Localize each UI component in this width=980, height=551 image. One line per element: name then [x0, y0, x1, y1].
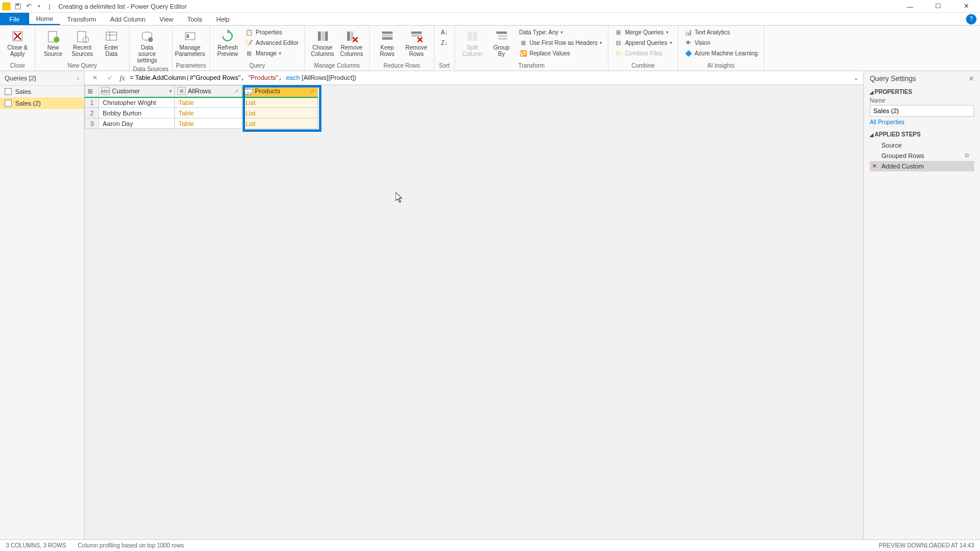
qat-dropdown[interactable]	[34, 1, 44, 12]
tab-add-column[interactable]: Add Column	[103, 13, 153, 25]
merge-icon: ⊞	[614, 28, 622, 36]
svg-rect-18	[351, 31, 354, 41]
table-link[interactable]: Table	[178, 110, 194, 117]
fx-icon[interactable]: fx	[120, 73, 125, 83]
svg-rect-24	[468, 31, 472, 41]
split-column-icon	[464, 28, 481, 44]
all-properties-link[interactable]: All Properties	[870, 119, 904, 125]
svg-rect-16	[325, 31, 328, 41]
column-header-allrows[interactable]: ⊞AllRows⤢	[175, 86, 242, 97]
properties-icon: 📋	[245, 28, 253, 36]
column-header-products[interactable]: ABC123Products⤢	[242, 86, 318, 97]
query-item-sales-2[interactable]: Sales (2)	[0, 97, 84, 109]
manage-parameters-button[interactable]: Manage Parameters	[176, 27, 204, 58]
step-added-custom[interactable]: ✕Added Custom	[870, 161, 974, 171]
remove-columns-button[interactable]: Remove Columns	[338, 27, 366, 58]
delete-step-icon[interactable]: ✕	[872, 163, 877, 169]
group-by-button[interactable]: Group By	[488, 27, 516, 58]
minimize-button[interactable]: —	[898, 0, 922, 13]
new-source-icon	[45, 28, 61, 44]
center-area: ✕ ✓ fx = Table.AddColumn(#"Grouped Rows"…	[85, 71, 863, 539]
window-title: Creating a delimited list - Power Query …	[58, 3, 187, 10]
list-link[interactable]: List	[246, 99, 256, 106]
combine-files-icon: 📁	[614, 49, 622, 57]
merge-queries-button[interactable]: ⊞Merge Queries	[612, 27, 674, 37]
table-link[interactable]: Table	[178, 99, 194, 106]
list-link[interactable]: List	[246, 120, 256, 127]
tab-view[interactable]: View	[152, 13, 180, 25]
sort-desc-button[interactable]: Z↓	[438, 37, 451, 48]
manage-button[interactable]: ⊞Manage	[243, 48, 300, 58]
svg-rect-21	[382, 37, 393, 40]
expand-icon[interactable]: ⤢	[310, 88, 315, 94]
refresh-preview-button[interactable]: Refresh Preview	[214, 27, 242, 58]
enter-data-button[interactable]: Enter Data	[97, 27, 125, 58]
table-row[interactable]: 2 Bobby Burton Table List	[85, 108, 318, 118]
data-type-button[interactable]: Data Type: Any	[517, 27, 605, 37]
query-name-input[interactable]	[870, 105, 974, 117]
table-link[interactable]: Table	[178, 120, 194, 127]
help-icon[interactable]: ?	[966, 14, 977, 24]
data-source-settings-button[interactable]: Data source settings	[133, 27, 161, 65]
tab-tools[interactable]: Tools	[180, 13, 209, 25]
properties-button[interactable]: 📋Properties	[243, 27, 300, 37]
append-queries-button[interactable]: ⊟Append Queries	[612, 37, 674, 48]
grid-corner[interactable]: ⊞	[85, 86, 99, 97]
close-apply-button[interactable]: Close & Apply	[4, 27, 32, 58]
formula-input[interactable]: = Table.AddColumn(#"Grouped Rows", "Prod…	[130, 74, 849, 82]
any-type-icon: ABC123	[244, 87, 253, 95]
replace-values-button[interactable]: 🔁Replace Values	[517, 48, 605, 58]
svg-rect-22	[411, 31, 422, 34]
table-type-icon: ⊞	[177, 87, 186, 95]
applied-steps-section[interactable]: APPLIED STEPS	[870, 131, 974, 138]
expand-icon[interactable]: ⤢	[235, 88, 239, 94]
svg-rect-7	[106, 32, 117, 40]
properties-section[interactable]: PROPERTIES	[870, 89, 974, 95]
svg-rect-19	[382, 31, 393, 34]
tab-help[interactable]: Help	[209, 13, 237, 25]
tab-file[interactable]: File	[0, 13, 29, 25]
query-item-sales[interactable]: Sales	[0, 86, 84, 97]
recent-sources-button[interactable]: Recent Sources	[68, 27, 96, 58]
close-settings-icon[interactable]: ✕	[968, 75, 974, 83]
status-preview-time: PREVIEW DOWNLOADED AT 14:43	[878, 542, 974, 549]
save-icon[interactable]	[13, 1, 23, 12]
remove-rows-button[interactable]: Remove Rows	[402, 27, 430, 58]
step-grouped-rows[interactable]: Grouped Rows⚙	[870, 150, 974, 161]
text-type-icon: ABC	[102, 87, 110, 95]
first-row-headers-button[interactable]: ⊞Use First Row as Headers	[517, 37, 605, 48]
new-source-button[interactable]: New Source	[39, 27, 67, 58]
gear-icon[interactable]: ⚙	[964, 152, 970, 159]
maximize-button[interactable]: ☐	[926, 0, 950, 13]
remove-columns-icon	[344, 28, 360, 44]
sort-asc-button[interactable]: A↓	[438, 27, 451, 37]
list-link[interactable]: List	[246, 110, 256, 117]
formula-cancel-icon[interactable]: ✕	[89, 73, 100, 83]
formula-accept-icon[interactable]: ✓	[104, 73, 115, 83]
replace-icon: 🔁	[519, 49, 527, 57]
close-apply-icon	[9, 28, 26, 44]
text-analytics-button[interactable]: 📊Text Analytics	[682, 27, 760, 37]
name-label: Name	[870, 97, 974, 104]
table-row[interactable]: 3 Aaron Day Table List	[85, 118, 318, 129]
step-source[interactable]: Source	[870, 140, 974, 150]
svg-rect-28	[498, 38, 507, 40]
collapse-queries-icon[interactable]: ‹	[77, 75, 79, 82]
azure-ml-button[interactable]: 🔷Azure Machine Learning	[682, 48, 760, 58]
queries-header: Queries [2] ‹	[0, 71, 84, 86]
table-row[interactable]: 1 Christopher Wright Table List	[85, 97, 318, 108]
svg-point-4	[54, 37, 60, 43]
column-header-customer[interactable]: ABCCustomer▾	[99, 86, 175, 97]
tab-home[interactable]: Home	[29, 13, 60, 25]
advanced-editor-button[interactable]: 📝Advanced Editor	[243, 37, 300, 48]
choose-columns-button[interactable]: Choose Columns	[309, 27, 337, 58]
undo-icon[interactable]: ↶	[23, 1, 34, 12]
formula-expand-icon[interactable]: ⌄	[853, 74, 859, 82]
filter-icon[interactable]: ▾	[169, 88, 172, 94]
vision-button[interactable]: 👁Vision	[682, 37, 760, 48]
svg-rect-26	[496, 31, 507, 34]
keep-rows-button[interactable]: Keep Rows	[373, 27, 401, 58]
svg-rect-17	[347, 31, 350, 41]
tab-transform[interactable]: Transform	[60, 13, 103, 25]
close-button[interactable]: ✕	[954, 0, 978, 13]
